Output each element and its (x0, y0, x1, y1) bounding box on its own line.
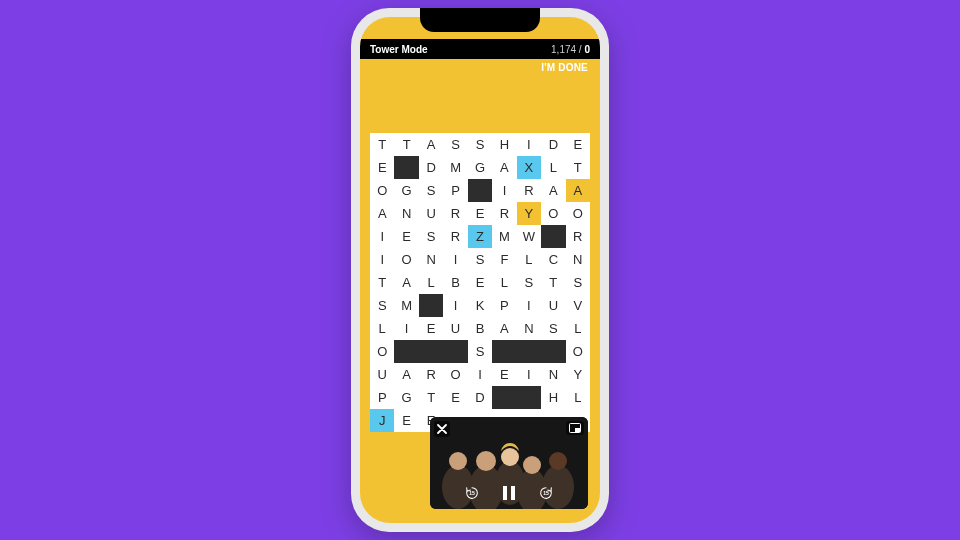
grid-cell[interactable]: X (517, 156, 541, 179)
grid-cell[interactable]: J (370, 409, 394, 432)
grid-cell[interactable] (394, 340, 418, 363)
grid-cell[interactable]: S (517, 271, 541, 294)
grid-cell[interactable]: A (492, 317, 516, 340)
grid-cell[interactable]: S (419, 179, 443, 202)
grid-cell[interactable]: T (394, 133, 418, 156)
grid-cell[interactable]: U (541, 294, 565, 317)
grid-cell[interactable]: E (468, 202, 492, 225)
grid-cell[interactable]: U (370, 363, 394, 386)
grid-cell[interactable]: M (394, 294, 418, 317)
grid-cell[interactable]: Y (566, 363, 590, 386)
grid-cell[interactable]: N (566, 248, 590, 271)
grid-cell[interactable]: E (492, 363, 516, 386)
grid-cell[interactable] (492, 340, 516, 363)
grid-cell[interactable]: O (370, 340, 394, 363)
im-done-button[interactable]: I'M DONE (541, 62, 588, 73)
letter-grid[interactable]: TTASSHIDEEDMGAXLTOGSPIRAAANURERYOOIESRZM… (370, 133, 590, 432)
skip-forward-button[interactable]: 15 (537, 484, 555, 502)
grid-cell[interactable]: D (468, 386, 492, 409)
grid-cell[interactable]: R (517, 179, 541, 202)
grid-cell[interactable] (419, 294, 443, 317)
grid-cell[interactable]: I (517, 294, 541, 317)
grid-cell[interactable]: O (566, 202, 590, 225)
grid-cell[interactable]: E (370, 156, 394, 179)
grid-cell[interactable]: I (468, 363, 492, 386)
grid-cell[interactable]: H (541, 386, 565, 409)
grid-cell[interactable]: E (394, 409, 418, 432)
grid-cell[interactable]: M (443, 156, 467, 179)
grid-cell[interactable]: W (517, 225, 541, 248)
grid-cell[interactable]: S (419, 225, 443, 248)
grid-cell[interactable]: C (541, 248, 565, 271)
grid-cell[interactable]: S (468, 340, 492, 363)
grid-cell[interactable]: Y (517, 202, 541, 225)
grid-cell[interactable]: T (370, 271, 394, 294)
grid-cell[interactable]: T (370, 133, 394, 156)
grid-cell[interactable]: R (419, 363, 443, 386)
grid-cell[interactable]: I (443, 248, 467, 271)
grid-cell[interactable]: I (517, 363, 541, 386)
grid-cell[interactable]: O (394, 248, 418, 271)
skip-back-button[interactable]: 15 (463, 484, 481, 502)
grid-cell[interactable]: G (394, 386, 418, 409)
grid-cell[interactable]: P (443, 179, 467, 202)
grid-cell[interactable]: I (492, 179, 516, 202)
grid-cell[interactable]: O (541, 202, 565, 225)
grid-cell[interactable]: I (394, 317, 418, 340)
grid-cell[interactable]: T (566, 156, 590, 179)
grid-cell[interactable]: N (394, 202, 418, 225)
grid-cell[interactable]: L (419, 271, 443, 294)
grid-cell[interactable]: P (492, 294, 516, 317)
grid-cell[interactable]: E (443, 386, 467, 409)
grid-cell[interactable]: R (492, 202, 516, 225)
grid-cell[interactable]: O (566, 340, 590, 363)
grid-cell[interactable]: L (541, 156, 565, 179)
grid-cell[interactable]: L (566, 317, 590, 340)
grid-cell[interactable]: I (370, 225, 394, 248)
grid-cell[interactable]: S (443, 133, 467, 156)
grid-cell[interactable]: I (370, 248, 394, 271)
play-pause-button[interactable] (499, 483, 519, 503)
grid-cell[interactable]: A (394, 271, 418, 294)
grid-cell[interactable]: I (517, 133, 541, 156)
grid-cell[interactable]: E (566, 133, 590, 156)
grid-cell[interactable] (468, 179, 492, 202)
grid-cell[interactable]: S (468, 248, 492, 271)
grid-cell[interactable]: I (443, 294, 467, 317)
grid-cell[interactable]: N (419, 248, 443, 271)
grid-cell[interactable]: N (541, 363, 565, 386)
grid-cell[interactable]: F (492, 248, 516, 271)
grid-cell[interactable]: K (468, 294, 492, 317)
grid-cell[interactable] (541, 340, 565, 363)
grid-cell[interactable]: E (468, 271, 492, 294)
grid-cell[interactable] (541, 225, 565, 248)
grid-cell[interactable]: O (443, 363, 467, 386)
grid-cell[interactable]: T (419, 386, 443, 409)
grid-cell[interactable]: E (394, 225, 418, 248)
grid-cell[interactable]: M (492, 225, 516, 248)
grid-cell[interactable]: L (517, 248, 541, 271)
pip-expand-button[interactable] (566, 421, 584, 435)
grid-cell[interactable] (517, 386, 541, 409)
grid-cell[interactable]: S (370, 294, 394, 317)
grid-cell[interactable]: S (468, 133, 492, 156)
grid-cell[interactable]: A (492, 156, 516, 179)
grid-cell[interactable] (394, 156, 418, 179)
grid-cell[interactable]: D (541, 133, 565, 156)
grid-cell[interactable]: L (492, 271, 516, 294)
pip-close-button[interactable] (434, 421, 450, 437)
grid-cell[interactable]: R (443, 202, 467, 225)
grid-cell[interactable]: Z (468, 225, 492, 248)
grid-cell[interactable]: R (566, 225, 590, 248)
grid-cell[interactable]: H (492, 133, 516, 156)
grid-cell[interactable]: G (394, 179, 418, 202)
grid-cell[interactable]: A (541, 179, 565, 202)
grid-cell[interactable]: E (419, 317, 443, 340)
grid-cell[interactable]: B (443, 271, 467, 294)
grid-cell[interactable] (517, 340, 541, 363)
grid-cell[interactable]: O (370, 179, 394, 202)
grid-cell[interactable]: T (541, 271, 565, 294)
grid-cell[interactable]: B (468, 317, 492, 340)
grid-cell[interactable]: N (517, 317, 541, 340)
grid-cell[interactable]: A (394, 363, 418, 386)
